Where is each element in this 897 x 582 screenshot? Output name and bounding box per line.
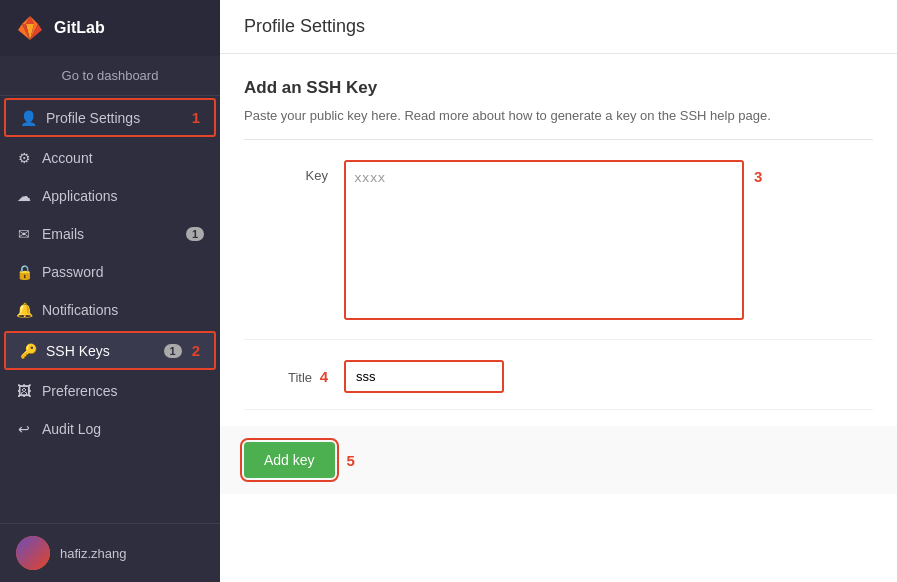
- applications-icon: ☁: [16, 188, 32, 204]
- sidebar-item-preferences[interactable]: 🖼 Preferences: [0, 372, 220, 410]
- avatar: [16, 536, 50, 570]
- annotation-5: 5: [347, 452, 355, 469]
- sidebar-footer: hafiz.zhang: [0, 523, 220, 582]
- sidebar-item-audit-log[interactable]: ↩ Audit Log: [0, 410, 220, 448]
- ssh-keys-icon: 🔑: [20, 343, 36, 359]
- app-name: GitLab: [54, 19, 105, 37]
- sidebar-item-label: Password: [42, 264, 204, 280]
- sidebar-item-label: Notifications: [42, 302, 204, 318]
- section-description: Paste your public key here. Read more ab…: [244, 108, 873, 140]
- key-label: Key: [244, 160, 344, 183]
- sidebar-header: GitLab: [0, 0, 220, 56]
- title-input[interactable]: [344, 360, 504, 393]
- key-field-container: xxxx: [344, 160, 744, 323]
- sidebar-item-profile-settings[interactable]: 👤 Profile Settings 1: [4, 98, 216, 137]
- sidebar: GitLab Go to dashboard 👤 Profile Setting…: [0, 0, 220, 582]
- audit-log-icon: ↩: [16, 421, 32, 437]
- username: hafiz.zhang: [60, 546, 127, 561]
- title-label: Title 4: [244, 360, 344, 385]
- sidebar-item-label: Audit Log: [42, 421, 204, 437]
- profile-icon: 👤: [20, 110, 36, 126]
- password-icon: 🔒: [16, 264, 32, 280]
- gitlab-logo-icon: [16, 14, 44, 42]
- add-key-button[interactable]: Add key: [244, 442, 335, 478]
- emails-badge: 1: [186, 227, 204, 241]
- emails-icon: ✉: [16, 226, 32, 242]
- annotation-4: 4: [320, 368, 328, 385]
- sidebar-nav: 👤 Profile Settings 1 ⚙ Account ☁ Applica…: [0, 96, 220, 523]
- page-title: Profile Settings: [244, 16, 873, 37]
- title-form-group: Title 4: [244, 360, 873, 410]
- page-header: Profile Settings: [220, 0, 897, 54]
- sidebar-item-label: Emails: [42, 226, 176, 242]
- sidebar-item-label: Profile Settings: [46, 110, 182, 126]
- go-to-dashboard-link[interactable]: Go to dashboard: [0, 56, 220, 96]
- preferences-icon: 🖼: [16, 383, 32, 399]
- main-content: Profile Settings Add an SSH Key Paste yo…: [220, 0, 897, 582]
- notifications-icon: 🔔: [16, 302, 32, 318]
- button-row: Add key 5: [220, 426, 897, 494]
- key-form-group: Key xxxx 3: [244, 160, 873, 340]
- sidebar-item-label: SSH Keys: [46, 343, 154, 359]
- sidebar-item-label: Applications: [42, 188, 204, 204]
- sidebar-item-emails[interactable]: ✉ Emails 1: [0, 215, 220, 253]
- sidebar-item-ssh-keys[interactable]: 🔑 SSH Keys 1 2: [4, 331, 216, 370]
- sidebar-item-applications[interactable]: ☁ Applications: [0, 177, 220, 215]
- title-field-container: [344, 360, 744, 393]
- sidebar-item-account[interactable]: ⚙ Account: [0, 139, 220, 177]
- section-title: Add an SSH Key: [244, 78, 873, 98]
- account-icon: ⚙: [16, 150, 32, 166]
- key-textarea[interactable]: xxxx: [344, 160, 744, 320]
- annotation-3: 3: [754, 168, 762, 185]
- content-area: Add an SSH Key Paste your public key her…: [220, 54, 897, 518]
- annotation-2: 2: [192, 342, 200, 359]
- sidebar-item-notifications[interactable]: 🔔 Notifications: [0, 291, 220, 329]
- sidebar-item-password[interactable]: 🔒 Password: [0, 253, 220, 291]
- ssh-keys-badge: 1: [164, 344, 182, 358]
- annotation-1: 1: [192, 109, 200, 126]
- sidebar-item-label: Account: [42, 150, 204, 166]
- sidebar-item-label: Preferences: [42, 383, 204, 399]
